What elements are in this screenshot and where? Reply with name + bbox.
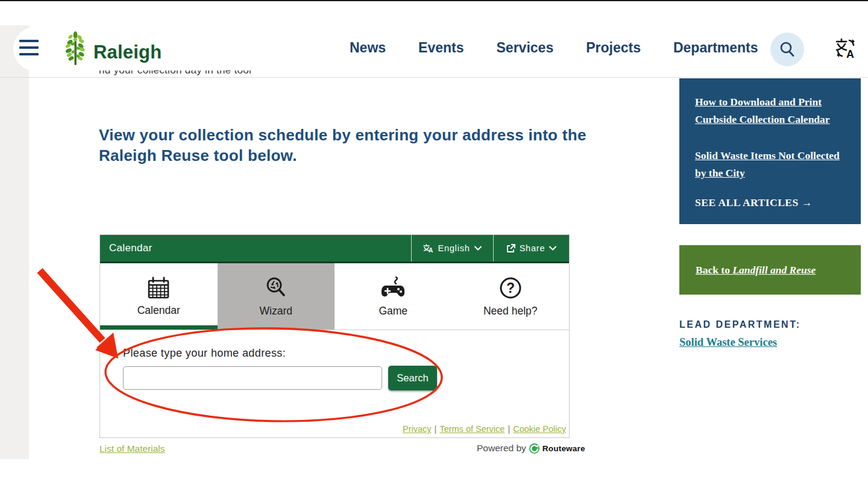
- svg-text:?: ?: [506, 280, 515, 296]
- language-dropdown[interactable]: A English: [411, 235, 493, 261]
- chevron-down-icon: [474, 246, 482, 251]
- powered-by: Powered by Routeware: [477, 443, 585, 454]
- lead-department-label: LEAD DEPARTMENT:: [679, 319, 800, 330]
- tab-wizard-label: Wizard: [260, 305, 292, 318]
- link-separator: |: [508, 424, 510, 434]
- back-to-landfill-link[interactable]: Back to Landfill and Reuse: [696, 264, 816, 277]
- share-label: Share: [520, 243, 546, 253]
- routeware-icon: [529, 443, 539, 454]
- nav-item-events[interactable]: Events: [418, 40, 464, 56]
- nav-item-departments[interactable]: Departments: [673, 40, 758, 56]
- tab-need-help[interactable]: ? Need help?: [452, 263, 570, 330]
- tab-wizard[interactable]: Wizard: [218, 263, 335, 330]
- powered-by-label: Powered by: [477, 443, 526, 454]
- header-divider: [0, 77, 868, 78]
- gamepad-icon: [380, 276, 406, 300]
- nav-item-projects[interactable]: Projects: [586, 40, 641, 56]
- routeware-wordmark: Routeware: [542, 444, 585, 453]
- calendar-icon: [146, 277, 171, 299]
- share-dropdown[interactable]: Share: [493, 235, 569, 261]
- tab-calendar[interactable]: Calendar: [100, 263, 218, 330]
- lead-department-link[interactable]: Solid Waste Services: [679, 336, 777, 349]
- tab-need-help-label: Need help?: [483, 305, 538, 318]
- article-link-items-not-collected[interactable]: Solid Waste Items Not Collected by the C…: [695, 147, 844, 182]
- wizard-search-recycle-icon: [264, 276, 288, 300]
- terms-link[interactable]: Terms of Service: [439, 424, 505, 434]
- legal-links: Privacy|Terms of Service|Cookie Policy: [403, 424, 566, 434]
- address-search-panel: Please type your home address: Search Pr…: [100, 330, 569, 438]
- left-scroll-gutter: [0, 25, 29, 459]
- widget-header-bar: Calendar A Eng: [100, 235, 569, 261]
- red-arrow-shaft: [40, 271, 102, 340]
- translate-button[interactable]: A: [834, 37, 857, 60]
- privacy-link[interactable]: Privacy: [403, 424, 432, 434]
- see-all-articles-link[interactable]: SEE ALL ARTICLES →: [695, 196, 813, 209]
- widget-title: Calendar: [109, 242, 152, 254]
- hamburger-bar: [19, 53, 39, 55]
- back-link-box: Back to Landfill and Reuse: [679, 245, 861, 295]
- address-search-button[interactable]: Search: [388, 366, 437, 390]
- chevron-down-icon: [549, 246, 556, 251]
- hamburger-bar: [19, 40, 39, 42]
- language-label: English: [438, 243, 470, 253]
- page-heading: View your collection schedule by enterin…: [99, 125, 593, 166]
- tab-game-label: Game: [379, 305, 407, 318]
- translate-icon: A: [834, 37, 857, 60]
- nav-item-services[interactable]: Services: [497, 40, 554, 56]
- tab-calendar-label: Calendar: [137, 304, 180, 317]
- search-icon: [778, 40, 796, 58]
- collection-schedule-widget: Calendar A Eng: [99, 234, 570, 438]
- link-separator: |: [435, 424, 437, 434]
- search-button[interactable]: [770, 33, 804, 66]
- svg-text:A: A: [846, 48, 854, 60]
- widget-tabs: Calendar Wizard: [100, 263, 569, 330]
- nav-item-news[interactable]: News: [350, 40, 386, 56]
- hamburger-bar: [19, 46, 39, 49]
- raleigh-logo[interactable]: Raleigh: [61, 30, 162, 67]
- list-of-materials-link[interactable]: List of Materials: [99, 443, 165, 454]
- hamburger-menu-icon[interactable]: [19, 40, 39, 55]
- main-navigation: News Events Services Projects Department…: [350, 40, 758, 56]
- raleigh-logo-text: Raleigh: [93, 42, 162, 63]
- window-top-edge: [0, 0, 868, 1]
- question-mark-icon: ?: [498, 276, 523, 300]
- svg-text:A: A: [429, 247, 433, 253]
- widget-header-controls: A English: [411, 235, 569, 261]
- article-link-download-print[interactable]: How to Download and Print Curbside Colle…: [695, 93, 844, 128]
- raleigh-tree-icon: [61, 30, 90, 67]
- related-articles-box: How to Download and Print Curbside Colle…: [679, 78, 861, 224]
- language-icon: A: [423, 244, 433, 253]
- address-label: Please type your home address:: [123, 347, 286, 360]
- share-icon: [506, 244, 515, 253]
- clipped-text-fragment: nd your collection day in the tool: [99, 70, 316, 77]
- cookie-policy-link[interactable]: Cookie Policy: [513, 424, 566, 434]
- tab-game[interactable]: Game: [335, 263, 452, 330]
- address-input[interactable]: [123, 366, 382, 390]
- page: Raleigh News Events Services Projects De…: [0, 0, 868, 488]
